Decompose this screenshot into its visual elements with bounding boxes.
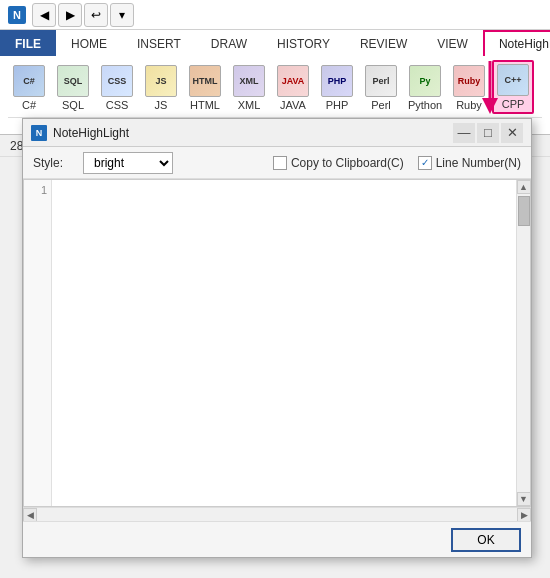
perl-label: Perl bbox=[371, 99, 391, 111]
scroll-down-arrow[interactable]: ▼ bbox=[517, 492, 531, 506]
horizontal-scrollbar[interactable]: ◀ ▶ bbox=[23, 507, 531, 521]
tab-file[interactable]: FILE bbox=[0, 30, 56, 56]
dialog-editor: 1 ▲ ▼ bbox=[23, 179, 531, 507]
php-icon: PHP bbox=[321, 65, 353, 97]
dialog-title: NoteHighLight bbox=[53, 126, 447, 140]
sql-icon: SQL bbox=[57, 65, 89, 97]
line-checkbox-box: ✓ bbox=[418, 156, 432, 170]
java-label: JAVA bbox=[280, 99, 306, 111]
tab-home[interactable]: HOME bbox=[56, 30, 122, 56]
css-icon: CSS bbox=[101, 65, 133, 97]
lang-python[interactable]: Py Python bbox=[404, 62, 446, 114]
forward-button[interactable]: ▶ bbox=[58, 3, 82, 27]
copy-checkbox-box bbox=[273, 156, 287, 170]
html-icon: HTML bbox=[189, 65, 221, 97]
dialog-maximize-button[interactable]: □ bbox=[477, 123, 499, 143]
html-label: HTML bbox=[190, 99, 220, 111]
tab-draw[interactable]: DRAW bbox=[196, 30, 262, 56]
tab-review[interactable]: REVIEW bbox=[345, 30, 422, 56]
xml-label: XML bbox=[238, 99, 261, 111]
php-label: PHP bbox=[326, 99, 349, 111]
js-label: JS bbox=[155, 99, 168, 111]
cpp-icon: C++ bbox=[497, 64, 529, 96]
editor-main[interactable] bbox=[52, 180, 516, 506]
scroll-right-arrow[interactable]: ▶ bbox=[517, 508, 531, 522]
lang-csharp[interactable]: C# C# bbox=[8, 62, 50, 114]
toolbar-right: Copy to Clipboard(C) ✓ Line Number(N) bbox=[273, 156, 521, 170]
java-icon: JAVA bbox=[277, 65, 309, 97]
copy-label: Copy to Clipboard(C) bbox=[291, 156, 404, 170]
line-number-checkbox[interactable]: ✓ Line Number(N) bbox=[418, 156, 521, 170]
ribbon-tabs: FILE HOME INSERT DRAW HISTORY REVIEW VIE… bbox=[0, 30, 550, 56]
lang-cpp[interactable]: C++ CPP bbox=[492, 60, 534, 114]
ruby-icon: Ruby bbox=[453, 65, 485, 97]
ok-button[interactable]: OK bbox=[451, 528, 521, 552]
style-label: Style: bbox=[33, 156, 63, 170]
back-button[interactable]: ◀ bbox=[32, 3, 56, 27]
lang-css[interactable]: CSS CSS bbox=[96, 62, 138, 114]
ruby-label: Ruby bbox=[456, 99, 482, 111]
line-label: Line Number(N) bbox=[436, 156, 521, 170]
nav-buttons: ◀ ▶ ↩ ▾ bbox=[32, 3, 134, 27]
language-icons-row: C# C# SQL SQL CSS CSS JS JS HTML HTML XM… bbox=[8, 60, 542, 114]
tab-insert[interactable]: INSERT bbox=[122, 30, 196, 56]
dialog-titlebar: N NoteHighLight — □ ✕ bbox=[23, 119, 531, 147]
undo-button[interactable]: ↩ bbox=[84, 3, 108, 27]
dialog-minimize-button[interactable]: — bbox=[453, 123, 475, 143]
tab-notehighlight[interactable]: NoteHighLight bbox=[483, 30, 550, 56]
xml-icon: XML bbox=[233, 65, 265, 97]
csharp-icon: C# bbox=[13, 65, 45, 97]
lang-perl[interactable]: Perl Perl bbox=[360, 62, 402, 114]
lang-xml[interactable]: XML XML bbox=[228, 62, 270, 114]
scroll-left-arrow[interactable]: ◀ bbox=[23, 508, 37, 522]
python-icon: Py bbox=[409, 65, 441, 97]
scroll-thumb[interactable] bbox=[518, 196, 530, 226]
notehighlight-dialog: N NoteHighLight — □ ✕ Style: bright Copy… bbox=[22, 118, 532, 558]
dialog-window-buttons: — □ ✕ bbox=[453, 123, 523, 143]
perl-icon: Perl bbox=[365, 65, 397, 97]
csharp-label: C# bbox=[22, 99, 36, 111]
title-bar: N ◀ ▶ ↩ ▾ bbox=[0, 0, 550, 30]
tab-view[interactable]: VIEW bbox=[422, 30, 483, 56]
lang-java[interactable]: JAVA JAVA bbox=[272, 62, 314, 114]
vertical-scrollbar[interactable]: ▲ ▼ bbox=[516, 180, 530, 506]
python-label: Python bbox=[408, 99, 442, 111]
dialog-icon: N bbox=[31, 125, 47, 141]
lang-js[interactable]: JS JS bbox=[140, 62, 182, 114]
css-label: CSS bbox=[106, 99, 129, 111]
dialog-toolbar: Style: bright Copy to Clipboard(C) ✓ Lin… bbox=[23, 147, 531, 179]
hscroll-track bbox=[37, 509, 517, 521]
lang-sql[interactable]: SQL SQL bbox=[52, 62, 94, 114]
app-icon: N bbox=[8, 6, 26, 24]
style-select[interactable]: bright bbox=[83, 152, 173, 174]
more-button[interactable]: ▾ bbox=[110, 3, 134, 27]
lang-ruby[interactable]: Ruby Ruby bbox=[448, 62, 490, 114]
scroll-up-arrow[interactable]: ▲ bbox=[517, 180, 531, 194]
copy-to-clipboard-checkbox[interactable]: Copy to Clipboard(C) bbox=[273, 156, 404, 170]
sql-label: SQL bbox=[62, 99, 84, 111]
lang-html[interactable]: HTML HTML bbox=[184, 62, 226, 114]
js-icon: JS bbox=[145, 65, 177, 97]
line-numbers: 1 bbox=[24, 180, 52, 506]
tab-history[interactable]: HISTORY bbox=[262, 30, 345, 56]
line-number-1: 1 bbox=[24, 184, 47, 196]
dialog-close-button[interactable]: ✕ bbox=[501, 123, 523, 143]
lang-php[interactable]: PHP PHP bbox=[316, 62, 358, 114]
dialog-footer: OK bbox=[23, 521, 531, 557]
cpp-label: CPP bbox=[502, 98, 525, 110]
